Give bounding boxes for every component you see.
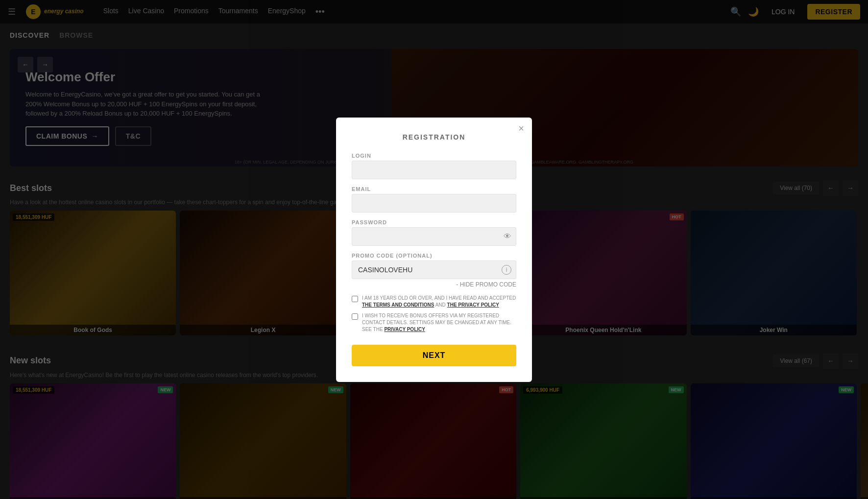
- modal-title: REGISTRATION: [352, 133, 516, 141]
- promo-wrapper: i: [352, 261, 516, 279]
- modal-close-button[interactable]: ×: [518, 123, 524, 133]
- login-input[interactable]: [352, 161, 516, 179]
- hide-promo-link[interactable]: - HIDE PROMO CODE: [352, 281, 516, 288]
- password-field-group: PASSWORD 👁: [352, 219, 516, 246]
- password-wrapper: 👁: [352, 227, 516, 246]
- password-input[interactable]: [352, 227, 516, 246]
- email-input[interactable]: [352, 194, 516, 213]
- modal-overlay[interactable]: REGISTRATION × LOGIN EMAIL PASSWORD 👁 PR…: [0, 0, 868, 499]
- email-label: EMAIL: [352, 186, 516, 192]
- password-toggle-button[interactable]: 👁: [504, 232, 511, 241]
- login-label: LOGIN: [352, 153, 516, 159]
- email-field-group: EMAIL: [352, 186, 516, 213]
- next-button[interactable]: NEXT: [352, 345, 516, 366]
- promo-info-icon[interactable]: i: [502, 265, 511, 275]
- bonus-checkbox-label: I WISH TO RECEIVE BONUS OFFERS VIA MY RE…: [352, 312, 516, 333]
- terms-checkbox[interactable]: [352, 296, 358, 302]
- promo-input[interactable]: [352, 261, 516, 279]
- privacy-link-1[interactable]: THE PRIVACY POLICY: [447, 302, 499, 308]
- terms-checkbox-group: I AM 18 YEARS OLD OR OVER, AND I HAVE RE…: [352, 295, 516, 333]
- bonus-checkbox[interactable]: [352, 313, 358, 320]
- terms-checkbox-label: I AM 18 YEARS OLD OR OVER, AND I HAVE RE…: [352, 295, 516, 309]
- registration-modal: REGISTRATION × LOGIN EMAIL PASSWORD 👁 PR…: [336, 118, 532, 382]
- password-label: PASSWORD: [352, 219, 516, 225]
- privacy-link-2[interactable]: PRIVACY POLICY: [384, 327, 425, 332]
- login-field-group: LOGIN: [352, 153, 516, 179]
- terms-link[interactable]: THE TERMS AND CONDITIONS: [362, 302, 434, 308]
- promo-field-group: PROMO CODE (OPTIONAL) i - HIDE PROMO COD…: [352, 253, 516, 288]
- promo-label: PROMO CODE (OPTIONAL): [352, 253, 516, 259]
